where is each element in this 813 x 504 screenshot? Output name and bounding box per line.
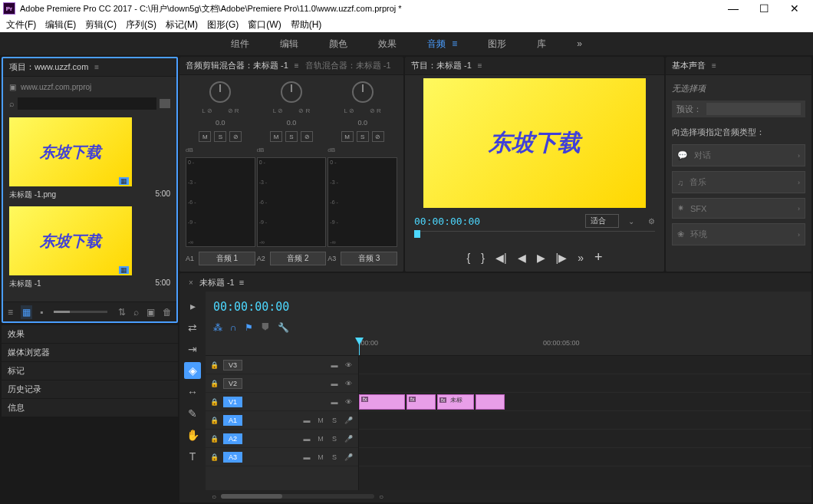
sync-lock-icon[interactable]: ▬ [329,360,340,371]
collapsed-panel-媒体浏览器[interactable]: 媒体浏览器 [2,343,178,361]
sort-icon[interactable]: ⇅ [118,307,126,318]
voice-icon[interactable]: 🎤 [343,415,354,426]
razor-tool-icon[interactable]: ◈ [184,362,201,379]
track-select-tool-icon[interactable]: ⇄ [184,319,201,336]
panel-menu-icon[interactable]: ≡ [478,61,482,70]
mute-icon[interactable]: M [315,433,326,444]
hand-tool-icon[interactable]: ✋ [184,427,201,443]
playhead[interactable] [359,338,360,355]
go-next-icon[interactable]: » [578,252,584,264]
program-scrubber[interactable] [414,231,655,246]
lock-icon[interactable]: 🔒 [210,361,219,369]
track-target[interactable]: A2 [223,433,242,444]
thumbnail-size-slider[interactable] [54,311,107,313]
sync-lock-icon[interactable]: ▬ [301,452,312,463]
mso-button[interactable]: ⊘ [301,131,313,142]
maximize-button[interactable]: ☐ [749,0,779,17]
track-target[interactable]: A3 [223,452,242,463]
step-back-icon[interactable]: ◀ [518,252,526,264]
list-view-icon[interactable]: ≡ [8,307,13,318]
track-row[interactable] [359,411,811,430]
track-target[interactable]: V3 [223,360,242,371]
menu-item[interactable]: 序列(S) [123,18,160,31]
workspace-tab-颜色[interactable]: 颜色 [323,33,354,55]
mark-in-icon[interactable]: { [467,252,471,264]
dropdown-icon[interactable]: ⌄ [628,217,634,226]
voice-icon[interactable]: 🎤 [343,452,354,463]
zoom-out-icon[interactable]: ○ [212,492,216,501]
type-tool-icon[interactable]: T [184,448,201,465]
collapsed-panel-标记[interactable]: 标记 [2,361,178,380]
panel-menu-icon[interactable]: ≡ [295,61,299,70]
solo-icon[interactable]: S [329,452,340,463]
project-thumbnail[interactable]: 东坡下载▦ [9,117,132,186]
zoom-in-icon[interactable]: ○ [379,492,383,501]
clip[interactable]: fx [406,394,436,410]
workspace-more-icon[interactable]: » [571,34,588,54]
mute-icon[interactable]: M [315,415,326,426]
slip-tool-icon[interactable]: ↔ [184,384,201,400]
voice-icon[interactable]: 🎤 [343,433,354,444]
project-thumbnail[interactable]: 东坡下载▦ [9,206,132,275]
lock-icon[interactable]: 🔒 [210,435,219,443]
sync-lock-icon[interactable]: ▬ [301,433,312,444]
track-row[interactable] [359,374,811,393]
sync-lock-icon[interactable]: ▬ [301,415,312,426]
timeline-zoom-slider[interactable] [221,494,374,499]
mark-out-icon[interactable]: } [481,252,485,264]
mso-button[interactable]: M [199,131,211,142]
mso-button[interactable]: ⊘ [229,131,242,142]
pan-knob[interactable] [281,81,302,103]
track-name-input[interactable]: 音频 1 [199,252,255,265]
close-button[interactable]: ✕ [779,0,810,17]
mso-button[interactable]: M [341,131,354,142]
pan-knob[interactable] [352,81,374,103]
lock-icon[interactable]: 🔒 [210,398,219,406]
panel-menu-icon[interactable]: ≡ [94,63,99,71]
sync-lock-icon[interactable]: ▬ [329,397,340,407]
panel-menu-icon[interactable]: ≡ [239,278,244,287]
minimize-button[interactable]: — [718,0,749,17]
preset-select[interactable] [706,103,801,115]
audio-type-button[interactable]: ✷SFX› [672,198,805,219]
pen-tool-icon[interactable]: ✎ [184,405,201,422]
eye-icon[interactable]: 👁 [343,397,354,407]
eye-icon[interactable]: 👁 [343,378,354,389]
timeline-timecode[interactable]: 00:00:00:00 [213,300,289,314]
menu-item[interactable]: 剪辑(C) [82,18,120,31]
workspace-tab-音频[interactable]: 音频≡ [421,33,463,55]
track-row[interactable]: fxfxfx 未标 [359,393,811,411]
clip[interactable]: fx 未标 [437,394,474,410]
panel-menu-icon[interactable]: ≡ [712,61,716,70]
lock-icon[interactable]: 🔒 [210,417,219,424]
menu-item[interactable]: 标记(M) [163,18,201,31]
ripple-edit-tool-icon[interactable]: ⇥ [184,341,201,357]
workspace-tab-编辑[interactable]: 编辑 [274,33,304,55]
clip[interactable] [476,394,505,410]
workspace-tab-图形[interactable]: 图形 [482,33,512,55]
solo-icon[interactable]: S [329,433,340,444]
new-item-icon[interactable]: ▣ [146,307,155,318]
audio-track-mixer-tab[interactable]: 音轨混合器：未标题 -1 [305,60,391,71]
snap-icon[interactable]: ⁂ [213,322,222,333]
menu-item[interactable]: 窗口(W) [245,18,284,31]
sequence-name[interactable]: 未标题 -1 [199,277,235,288]
lock-icon[interactable]: 🔒 [210,453,219,461]
add-button-icon[interactable]: + [594,249,603,265]
collapsed-panel-信息[interactable]: 信息 [2,398,178,417]
audio-clip-mixer-tab[interactable]: 音频剪辑混合器：未标题 -1 [186,60,288,71]
track-target[interactable]: A1 [223,415,242,426]
track-row[interactable] [359,356,811,374]
pan-knob[interactable] [209,81,231,103]
menu-item[interactable]: 文件(F) [3,18,39,31]
menu-item[interactable]: 编辑(E) [42,18,79,31]
audio-type-button[interactable]: ❀环境› [672,223,805,245]
track-target[interactable]: V2 [223,378,242,389]
workspace-tab-库[interactable]: 库 [531,33,552,55]
collapsed-panel-历史记录[interactable]: 历史记录 [2,380,178,398]
track-name-input[interactable]: 音频 2 [270,252,327,265]
menu-item[interactable]: 帮助(H) [288,18,325,31]
freeform-view-icon[interactable]: ▪ [40,307,43,318]
workspace-tab-组件[interactable]: 组件 [225,33,255,55]
mso-button[interactable]: S [214,131,226,142]
